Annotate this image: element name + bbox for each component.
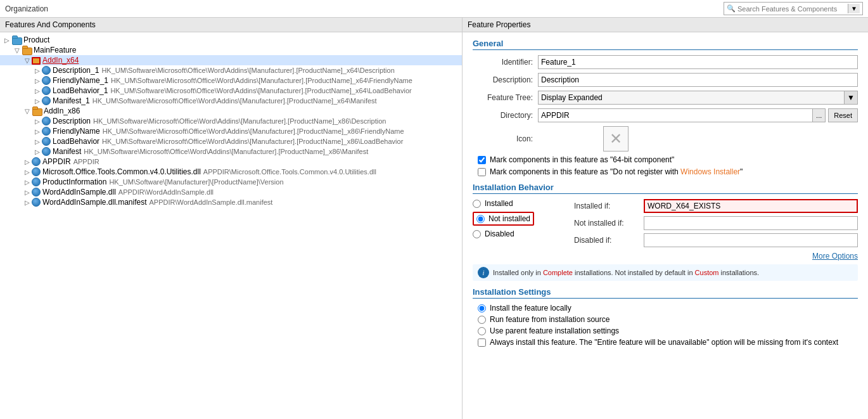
radio-disabled-row: Disabled [473,229,574,238]
item-label: Manifest_1 [53,96,90,105]
more-options-link[interactable]: More Options [812,252,858,261]
tree-item-manifest[interactable]: ▷ Manifest HK_UM\Software\Microsoft\Offi… [0,146,462,157]
expand-arrow: ▷ [33,148,42,155]
folder-orange-icon [22,46,32,55]
search-dropdown-button[interactable]: ▼ [848,4,860,13]
feature-tree-label: Feature Tree: [473,93,533,102]
right-panel: Feature Properties General Identifier: D… [463,18,868,419]
settings-divider: Installation Settings [473,287,858,299]
tree-item-mstools[interactable]: ▷ Microsoft.Office.Tools.Common.v4.0.Uti… [0,167,462,177]
icon-x: ✕ [610,130,622,148]
left-panel-header: Features And Components [0,18,462,32]
tree-item-loadbehavior1[interactable]: ▷ LoadBehavior_1 HK_UM\Software\Microsof… [0,86,462,96]
folder-orange-icon [32,106,42,115]
expand-arrow: ▷ [33,118,42,125]
expand-arrow: ▷ [23,169,32,176]
search-input[interactable] [737,5,848,13]
globe-icon [42,66,51,75]
tree-item-appdir[interactable]: ▷ APPDIR APPDIR [0,157,462,167]
section-general-title: General [473,39,858,50]
globe-icon [32,167,41,176]
tree-item-loadbehavior[interactable]: ▷ LoadBehavior HK_UM\Software\Microsoft\… [0,136,462,146]
item-label: LoadBehavior [53,137,99,146]
item-label-addin-x64: AddIn_x64 [42,56,79,65]
tree-item-wordaddinmanifest[interactable]: ▷ WordAddInSample.dll.manifest APPDIR\Wo… [0,197,462,207]
directory-input-row: ... Reset [538,108,858,122]
checkbox-noregister-label: Mark components in this feature as "Do n… [490,167,743,176]
checkbox-noregister-row: Mark components in this feature as "Do n… [473,167,858,176]
identifier-input[interactable] [538,55,858,69]
tree-container: ▷ Product ▽ MainFeature ▽ AddIn_x64 ▷ De… [0,32,462,210]
section-settings-title: Installation Settings [473,287,858,299]
more-options-row: More Options [473,252,858,261]
expand-arrow: ▽ [23,108,32,115]
item-path: HK_UM\Software\Microsoft\Office\Word\Add… [93,117,386,125]
globe-icon [42,147,51,156]
radio-parent-setting[interactable] [478,327,486,335]
tree-item-mainfeature[interactable]: ▽ MainFeature [0,45,462,55]
icon-label: Icon: [473,134,533,143]
description-input[interactable] [538,73,858,87]
item-label: FriendlyName [53,127,100,136]
icon-placeholder: ✕ [603,126,629,151]
title-bar: Organization 🔍 ▼ [0,0,868,18]
info-row: i Installed only in Complete installatio… [473,264,858,281]
feature-tree-select[interactable]: Display Expanded Display Collapsed Hidde… [538,91,845,105]
expand-arrow: ▷ [23,179,32,186]
tree-item-description[interactable]: ▷ Description HK_UM\Software\Microsoft\O… [0,116,462,126]
tree-item-product[interactable]: ▷ Product [0,35,462,45]
disabled-if-input[interactable] [644,233,858,247]
app-title: Organization [5,4,48,13]
item-label: WordAddInSample.dll.manifest [42,198,147,207]
settings-radio-parent-row: Use parent feature installation settings [473,326,858,335]
item-label: LoadBehavior_1 [53,86,108,95]
expand-arrow: ▷ [33,128,42,135]
tree-item-productinfo[interactable]: ▷ ProductInformation HK_UM\Software\[Man… [0,177,462,187]
windows-installer-link[interactable]: Windows Installer [680,167,740,176]
item-label: Manifest [53,147,81,156]
description-label: Description: [473,75,533,84]
radio-notinstalled-row: Not installed [473,212,574,226]
tree-item-friendlyname1[interactable]: ▷ FriendlyName_1 HK_UM\Software\Microsof… [0,75,462,86]
radio-not-installed[interactable] [476,215,485,223]
tree-item-description1[interactable]: ▷ Description_1 HK_UM\Software\Microsoft… [0,65,462,75]
installed-if-input[interactable] [644,199,858,213]
checkbox-64bit[interactable] [478,156,486,164]
behavior-left: Installed Not installed Disabled [473,199,574,250]
directory-reset-button[interactable]: Reset [828,108,858,122]
feature-tree-dropdown-arrow[interactable]: ▼ [845,91,858,105]
search-box[interactable]: 🔍 ▼ [724,2,863,15]
custom-highlight: Custom [695,269,719,276]
identifier-label: Identifier: [473,58,533,67]
globe-icon [42,127,51,136]
directory-browse-button[interactable]: ... [813,108,826,122]
tree-item-friendlyname[interactable]: ▷ FriendlyName HK_UM\Software\Microsoft\… [0,126,462,136]
radio-run-source[interactable] [478,316,486,324]
tree-item-addin-x86[interactable]: ▽ AddIn_x86 [0,106,462,116]
checkbox-always-install[interactable] [478,338,486,347]
item-label: Microsoft.Office.Tools.Common.v4.0.Utili… [42,167,201,176]
globe-icon [42,86,51,95]
radio-disabled-label: Disabled [485,229,514,238]
identifier-row: Identifier: [473,55,858,69]
expand-arrow: ▷ [33,138,42,145]
directory-input[interactable] [538,108,813,122]
radio-install-local-label: Install the feature locally [490,304,571,313]
item-label: Description [53,117,91,126]
behavior-container: Installed Not installed Disabled [473,199,858,250]
tree-item-manifest1[interactable]: ▷ Manifest_1 HK_UM\Software\Microsoft\Of… [0,96,462,106]
right-panel-header: Feature Properties [463,18,868,32]
tree-item-addin-x64[interactable]: ▽ AddIn_x64 [0,55,462,65]
not-installed-if-input[interactable] [644,216,858,230]
radio-disabled[interactable] [473,230,481,238]
tree-item-wordaddin[interactable]: ▷ WordAddInSample.dll APPDIR\WordAddInSa… [0,187,462,197]
item-label: WordAddInSample.dll [42,188,116,197]
disabled-if-row: Disabled if: [574,233,858,247]
radio-installed-row: Installed [473,199,574,208]
radio-installed[interactable] [473,200,481,208]
item-path: HK_UM\Software\Microsoft\Office\Word\Add… [84,148,368,155]
item-label: Product [23,35,49,44]
checkbox-noregister[interactable] [478,168,486,176]
radio-install-local[interactable] [478,304,486,313]
behavior-right: Installed if: Not installed if: Disabled… [574,199,858,250]
